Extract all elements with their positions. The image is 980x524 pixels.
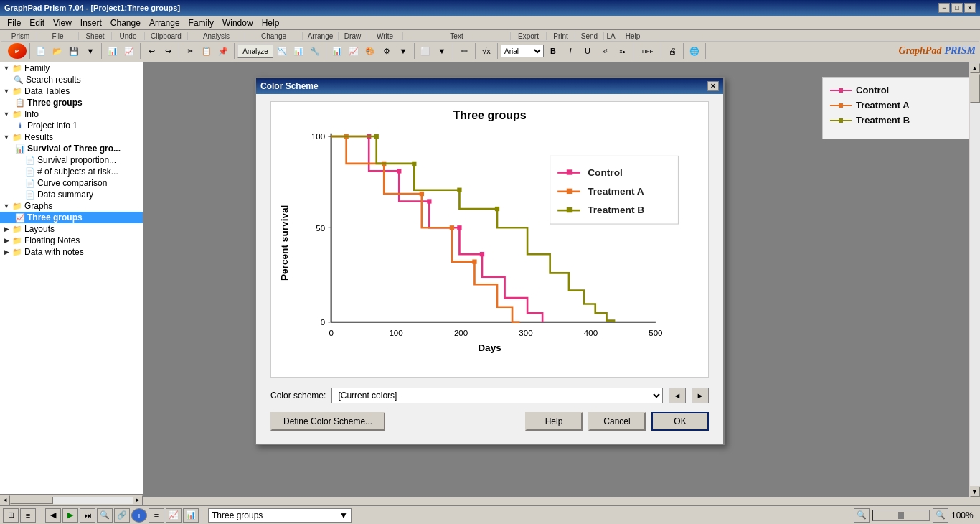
nav-table-btn[interactable]: 📊 <box>183 508 199 523</box>
menu-arrange[interactable]: Arrange <box>145 17 184 29</box>
sidebar-item-datasummary[interactable]: 📄 Data summary <box>0 189 143 200</box>
sidebar-item-threegroups-data[interactable]: 📋 Three groups <box>0 97 143 108</box>
draw-btn1[interactable]: ✏ <box>456 44 472 58</box>
ok-btn[interactable]: OK <box>651 412 709 431</box>
copy-btn[interactable]: 📋 <box>199 44 215 58</box>
scroll-right-btn[interactable]: ► <box>133 495 143 505</box>
menu-window[interactable]: Window <box>218 17 258 29</box>
scroll-down-btn[interactable]: ▼ <box>970 487 980 497</box>
help-btn[interactable]: Help <box>525 412 583 431</box>
scroll-up-btn[interactable]: ▲ <box>970 63 980 73</box>
write-btn1[interactable]: √x <box>479 44 494 58</box>
analysis-btn1[interactable]: 📉 <box>274 44 290 58</box>
sidebar-item-datatables[interactable]: ▼ 📁 Data Tables <box>0 85 143 97</box>
sidebar-item-graphs[interactable]: ▼ 📁 Graphs <box>0 200 143 212</box>
toggle-graphs[interactable]: ▼ <box>1 201 11 211</box>
sidebar-item-info[interactable]: ▼ 📁 Info <box>0 108 143 120</box>
close-button[interactable]: ✕ <box>964 3 976 13</box>
change-btn5[interactable]: ▼ <box>395 44 411 58</box>
change-btn3[interactable]: 🎨 <box>362 44 378 58</box>
text-italic[interactable]: I <box>562 44 578 58</box>
analysis-btn3[interactable]: 🔧 <box>307 44 323 58</box>
toggle-info[interactable]: ▼ <box>1 109 11 119</box>
undo-btn[interactable]: ↩ <box>143 44 159 58</box>
sidebar-item-datawithnotes[interactable]: ▶ 📁 Data with notes <box>0 246 143 258</box>
scroll-left-btn[interactable]: ◄ <box>0 495 10 505</box>
color-scheme-select[interactable]: [Current colors] <box>331 388 663 403</box>
send-btn1[interactable]: 🌐 <box>687 44 702 58</box>
save-btn[interactable]: 💾 <box>66 44 82 58</box>
export-tiff-btn[interactable]: TIFF <box>636 44 658 58</box>
analysis-btn2[interactable]: 📊 <box>291 44 306 58</box>
menu-view[interactable]: View <box>49 17 76 29</box>
toggle-floatingnotes[interactable]: ▶ <box>1 235 11 245</box>
toggle-results[interactable]: ▼ <box>1 132 11 142</box>
redo-btn[interactable]: ↪ <box>160 44 176 58</box>
status-list-btn[interactable]: ≡ <box>20 508 36 523</box>
zoom-decrease-btn[interactable]: 🔍 <box>854 508 870 523</box>
menu-insert[interactable]: Insert <box>76 17 106 29</box>
menu-family[interactable]: Family <box>184 17 218 29</box>
arrange-btn1[interactable]: ⬜ <box>418 44 433 58</box>
prev-scheme-btn[interactable]: ◄ <box>669 388 686 403</box>
zoom-slider[interactable] <box>872 510 930 521</box>
sidebar-item-threegroups-graph[interactable]: 📈 Three groups <box>0 212 143 223</box>
nav-info-btn[interactable]: i <box>131 508 147 523</box>
text-underline[interactable]: U <box>580 44 595 58</box>
print-btn[interactable]: 🖨 <box>664 44 680 58</box>
next-scheme-btn[interactable]: ► <box>692 388 709 403</box>
nav-last-btn[interactable]: ⏭ <box>80 508 95 523</box>
cancel-btn[interactable]: Cancel <box>588 412 646 431</box>
zoom-increase-btn[interactable]: 🔍 <box>933 508 948 523</box>
sidebar-item-search[interactable]: 🔍 Search results <box>0 74 143 85</box>
nav-first-btn[interactable]: ◀ <box>45 508 61 523</box>
sidebar-item-family[interactable]: ▼ 📁 Family <box>0 62 143 74</box>
sheet-btn1[interactable]: 📊 <box>105 44 121 58</box>
sidebar-item-subjects[interactable]: 📄 # of subjects at risk... <box>0 166 143 177</box>
menu-edit[interactable]: Edit <box>25 17 49 29</box>
nav-equalizer-btn[interactable]: = <box>149 508 164 523</box>
sidebar-item-survival[interactable]: 📊 Survival of Three gro... <box>0 143 143 154</box>
text-super[interactable]: x² <box>597 44 613 58</box>
status-grid-btn[interactable]: ⊞ <box>3 508 19 523</box>
toggle-datawithnotes[interactable]: ▶ <box>1 247 11 257</box>
arrange-btn2[interactable]: ▼ <box>434 44 450 58</box>
toggle-family[interactable]: ▼ <box>1 63 11 73</box>
toggle-datatables[interactable]: ▼ <box>1 86 11 96</box>
open-file-btn[interactable]: 📂 <box>50 44 65 58</box>
menu-help[interactable]: Help <box>258 17 284 29</box>
sidebar-item-survprop[interactable]: 📄 Survival proportion... <box>0 154 143 166</box>
new-dropdown-btn[interactable]: ▼ <box>83 44 98 58</box>
menu-change[interactable]: Change <box>106 17 145 29</box>
menu-file[interactable]: File <box>3 17 25 29</box>
font-family-select[interactable]: Arial <box>501 45 544 57</box>
minimize-button[interactable]: − <box>938 3 950 13</box>
analyze-btn[interactable]: Analyze <box>237 44 273 58</box>
text-bold[interactable]: B <box>545 44 561 58</box>
toggle-layouts[interactable]: ▶ <box>1 224 11 234</box>
h-scroll-thumb[interactable] <box>10 497 53 504</box>
sidebar-item-curvecomp[interactable]: 📄 Curve comparison <box>0 177 143 189</box>
sidebar-item-projectinfo[interactable]: ℹ Project info 1 <box>0 120 143 131</box>
maximize-button[interactable]: □ <box>951 3 963 13</box>
sidebar-item-layouts[interactable]: ▶ 📁 Layouts <box>0 223 143 235</box>
paste-btn[interactable]: 📌 <box>215 44 231 58</box>
new-file-btn[interactable]: 📄 <box>33 44 49 58</box>
scroll-thumb[interactable] <box>970 74 980 103</box>
sidebar-item-results[interactable]: ▼ 📁 Results <box>0 131 143 143</box>
sheet-btn2[interactable]: 📈 <box>121 44 137 58</box>
dialog-close-btn[interactable]: ✕ <box>707 81 719 91</box>
vertical-scrollbar[interactable]: ▲ ▼ <box>969 62 980 497</box>
text-sub[interactable]: x₂ <box>614 44 630 58</box>
cut-btn[interactable]: ✂ <box>182 44 198 58</box>
nav-search-btn[interactable]: 🔍 <box>97 508 113 523</box>
define-color-scheme-btn[interactable]: Define Color Scheme... <box>270 412 385 431</box>
nav-graph-btn[interactable]: 📈 <box>166 508 182 523</box>
change-btn2[interactable]: 📈 <box>346 44 362 58</box>
change-btn4[interactable]: ⚙ <box>379 44 395 58</box>
sidebar-scrollbar[interactable]: ◄ ► <box>0 494 143 505</box>
current-item-dropdown[interactable]: Three groups ▼ <box>208 508 352 523</box>
nav-play-btn[interactable]: ▶ <box>62 508 78 523</box>
change-btn1[interactable]: 📊 <box>329 44 345 58</box>
nav-link-btn[interactable]: 🔗 <box>114 508 130 523</box>
